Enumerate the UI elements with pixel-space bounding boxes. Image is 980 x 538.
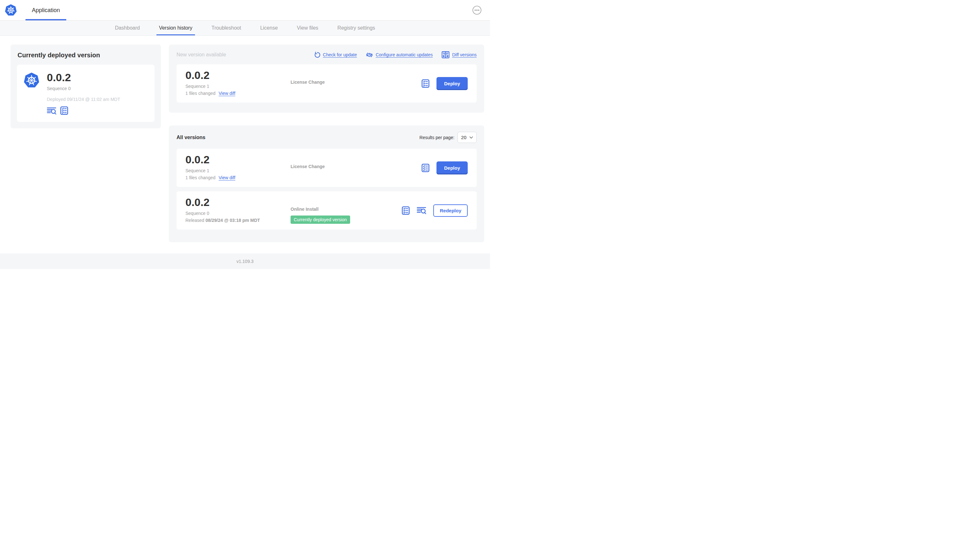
new-version-panel: New version available Check for update C… <box>169 44 484 113</box>
configure-automatic-updates-link[interactable]: Configure automatic updates <box>366 51 433 59</box>
tab-label: License <box>260 25 278 31</box>
new-version-heading: New version available <box>177 52 226 58</box>
files-changed-label: 1 files changed <box>185 175 215 180</box>
deploy-button[interactable]: Deploy <box>436 161 468 175</box>
preflight-checks-button[interactable] <box>402 206 410 215</box>
results-per-page-label: Results per page: <box>420 135 455 140</box>
version-row: 0.0.2 Sequence 1 1 files changed View di… <box>177 149 477 187</box>
version-source: License Change <box>291 164 422 169</box>
app-subnav: Dashboard Version history Troubleshoot L… <box>0 21 490 36</box>
redeploy-button[interactable]: Redeploy <box>433 205 468 217</box>
tab-dashboard[interactable]: Dashboard <box>105 21 150 35</box>
currently-deployed-card: 0.0.2 Sequence 0 Deployed 09/11/24 @ 11:… <box>17 65 154 122</box>
released-label: Released <box>185 218 204 223</box>
tab-view-files[interactable]: View files <box>287 21 328 35</box>
chevron-down-icon <box>469 136 473 139</box>
preflight-checks-button[interactable] <box>422 79 430 88</box>
check-for-update-label: Check for update <box>323 52 357 57</box>
preflight-checks-button[interactable] <box>60 106 68 115</box>
currently-deployed-heading: Currently deployed version <box>18 52 154 59</box>
diff-versions-link[interactable]: Diff versions <box>442 51 477 59</box>
checklist-icon <box>422 163 430 172</box>
logs-icon <box>47 106 56 115</box>
tab-label: Troubleshoot <box>212 25 241 31</box>
app-window: Application Dashboard Version history Tr… <box>0 0 490 269</box>
results-per-page-value: 20 <box>461 135 466 140</box>
tab-troubleshoot[interactable]: Troubleshoot <box>202 21 251 35</box>
tab-application[interactable]: Application <box>25 0 66 21</box>
logs-icon <box>417 206 426 214</box>
currently-deployed-panel: Currently deployed version 0.0.2 Sequenc… <box>11 44 161 128</box>
released-timestamp: 08/29/24 @ 03:18 pm MDT <box>205 218 260 223</box>
all-versions-heading: All versions <box>177 135 205 140</box>
checklist-icon <box>402 206 410 215</box>
tab-version-history[interactable]: Version history <box>150 21 202 35</box>
currently-deployed-badge: Currently deployed version <box>291 216 350 224</box>
tab-license[interactable]: License <box>251 21 287 35</box>
results-per-page-select[interactable]: 20 <box>458 132 477 143</box>
all-versions-panel: All versions Results per page: 20 0.0.2 … <box>169 125 484 242</box>
version-sequence: Sequence 1 <box>185 84 291 89</box>
top-bar: Application <box>0 0 490 21</box>
versions-column: New version available Check for update C… <box>169 44 484 242</box>
tab-label: Version history <box>159 25 192 31</box>
version-number: 0.0.2 <box>185 70 291 81</box>
refresh-icon <box>314 52 320 58</box>
version-number: 0.0.2 <box>185 154 291 165</box>
version-source: Online Install <box>291 206 402 212</box>
ellipsis-icon <box>472 5 482 15</box>
app-footer: v1.109.3 <box>0 253 490 269</box>
new-version-card: 0.0.2 Sequence 1 1 files changed View di… <box>177 64 477 103</box>
version-source: License Change <box>291 79 422 85</box>
deployed-sequence: Sequence 0 <box>47 86 120 91</box>
tab-label: Dashboard <box>115 25 140 31</box>
kubernetes-app-icon <box>23 71 40 115</box>
check-for-update-link[interactable]: Check for update <box>314 52 357 58</box>
tab-label: Registry settings <box>337 25 375 31</box>
checklist-icon <box>422 79 430 88</box>
version-number: 0.0.2 <box>185 197 291 208</box>
app-tab-label: Application <box>32 7 60 14</box>
deploy-button[interactable]: Deploy <box>436 77 468 90</box>
diff-icon <box>442 51 450 59</box>
main-content: Currently deployed version 0.0.2 Sequenc… <box>0 36 490 253</box>
view-diff-link[interactable]: View diff <box>218 91 235 96</box>
view-diff-link[interactable]: View diff <box>218 175 235 180</box>
view-logs-button[interactable] <box>417 206 426 214</box>
files-changed-label: 1 files changed <box>185 91 215 96</box>
version-sequence: Sequence 1 <box>185 168 291 173</box>
more-options-button[interactable] <box>472 5 482 15</box>
deployed-timestamp: Deployed 09/11/24 @ 11:02 am MDT <box>47 97 120 102</box>
version-row: 0.0.2 Sequence 0 Released 08/29/24 @ 03:… <box>177 191 477 230</box>
version-sequence: Sequence 0 <box>185 211 291 216</box>
diff-versions-label: Diff versions <box>452 52 477 57</box>
deployed-version-number: 0.0.2 <box>47 71 120 83</box>
console-version-label: v1.109.3 <box>236 259 254 264</box>
view-logs-button[interactable] <box>47 106 56 115</box>
checklist-icon <box>60 106 68 115</box>
preflight-checks-button[interactable] <box>422 163 430 172</box>
tab-registry-settings[interactable]: Registry settings <box>328 21 385 35</box>
configure-automatic-updates-label: Configure automatic updates <box>375 52 433 57</box>
tab-label: View files <box>297 25 318 31</box>
clock-sync-icon <box>366 51 373 59</box>
kubernetes-logo-icon <box>5 3 17 17</box>
